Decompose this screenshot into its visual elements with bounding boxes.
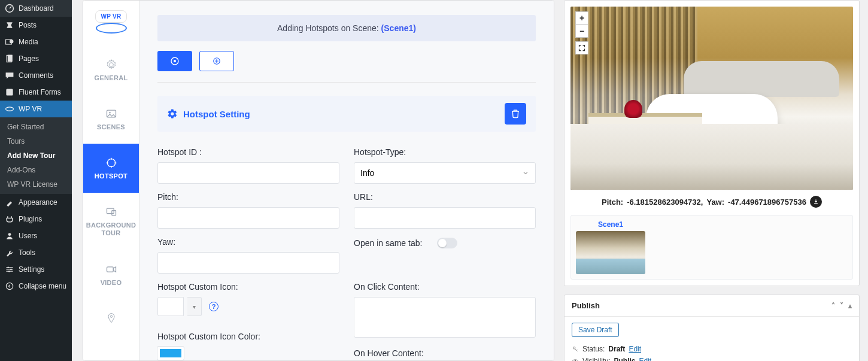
menu-plugins[interactable]: Plugins <box>0 211 72 227</box>
tab-label: HOTSPOT <box>95 172 128 180</box>
field-yaw: Yaw: <box>157 237 339 274</box>
svg-point-2 <box>10 40 13 43</box>
input-pitch[interactable] <box>157 207 339 229</box>
tab-general[interactable]: GENERAL <box>83 45 139 95</box>
dashboard-icon <box>5 4 14 13</box>
svg-point-8 <box>7 267 8 268</box>
menu-label: Media <box>19 38 38 46</box>
wp-admin-sidebar: Dashboard Posts Media Pages Comments Flu… <box>0 0 72 361</box>
visibility-row: Visibility: Public Edit <box>572 355 852 361</box>
scene-banner: Adding Hotspots on Scene: (Scene1) <box>157 15 536 41</box>
pitch-value: -6.181528623094732, <box>627 198 703 207</box>
media-icon <box>5 37 14 47</box>
svg-point-10 <box>8 271 10 272</box>
publish-header: Publish ˄ ˅ ▴ <box>564 295 859 317</box>
input-hotspot-id[interactable] <box>157 162 339 184</box>
chevron-down-icon[interactable]: ˅ <box>840 302 843 310</box>
main-panel: Adding Hotspots on Scene: (Scene1) Hotsp… <box>139 1 554 360</box>
status-value: Draft <box>608 345 625 353</box>
side-tabs: WP VR GENERAL SCENES HOTSPOT BACKGROUND … <box>83 1 139 360</box>
color-swatch[interactable] <box>157 347 184 360</box>
menu-label: Plugins <box>19 215 42 223</box>
textarea-on-click[interactable] <box>354 297 536 338</box>
icon-picker-box[interactable] <box>157 297 184 316</box>
logo-ring-icon <box>96 23 127 34</box>
caret-up-icon[interactable]: ▴ <box>848 302 852 310</box>
fullscreen-icon <box>578 44 585 51</box>
menu-label: Posts <box>19 21 37 29</box>
panorama-preview[interactable]: + − <box>570 7 853 190</box>
tab-label: GENERAL <box>95 74 128 81</box>
submenu-add-new-tour[interactable]: Add New Tour <box>0 148 72 163</box>
submenu-get-started[interactable]: Get Started <box>0 120 72 134</box>
input-url[interactable] <box>354 207 536 229</box>
delete-hotspot-button[interactable] <box>505 103 526 125</box>
wrench-icon <box>5 248 14 257</box>
tab-hotspot[interactable]: HOTSPOT <box>83 144 139 193</box>
hotspot-dot-icon <box>170 56 180 66</box>
menu-media[interactable]: Media <box>0 34 72 50</box>
menu-pages[interactable]: Pages <box>0 50 72 67</box>
label-icon-color: Hotspot Custom Icon Color: <box>157 332 339 341</box>
label-custom-icon: Hotspot Custom Icon: <box>157 282 339 292</box>
tab-map[interactable] <box>83 299 139 338</box>
save-draft-button[interactable]: Save Draft <box>572 323 619 337</box>
visibility-edit-link[interactable]: Edit <box>639 357 651 361</box>
hotspot-tab-active[interactable] <box>157 51 192 71</box>
submenu-license[interactable]: WP VR License <box>0 177 72 192</box>
banner-scene-link[interactable]: (Scene1) <box>381 23 416 33</box>
menu-tools[interactable]: Tools <box>0 244 72 261</box>
chevron-up-icon[interactable]: ˄ <box>831 302 835 310</box>
svg-rect-17 <box>107 267 113 272</box>
brush-icon <box>5 198 14 207</box>
yaw-value: -47.449671896757536 <box>728 198 806 207</box>
fullscreen-button[interactable] <box>575 41 588 54</box>
submenu-addons[interactable]: Add-Ons <box>0 163 72 177</box>
status-edit-link[interactable]: Edit <box>629 345 641 353</box>
info-icon[interactable]: ? <box>209 302 218 311</box>
section-header: Hotspot Setting <box>157 96 536 132</box>
icon-picker-dropdown[interactable]: ▾ <box>187 297 202 316</box>
svg-point-14 <box>107 159 115 166</box>
plug-icon <box>5 214 14 224</box>
menu-wp-vr[interactable]: WP VR <box>0 101 72 117</box>
label-pitch: Pitch: <box>157 192 339 202</box>
menu-posts[interactable]: Posts <box>0 17 72 34</box>
visibility-label: Visibility: <box>582 357 610 361</box>
devices-icon <box>105 206 117 218</box>
svg-point-6 <box>6 107 14 111</box>
banner-text: Adding Hotspots on Scene: <box>277 23 381 33</box>
menu-dashboard[interactable]: Dashboard <box>0 0 72 17</box>
capture-angle-button[interactable] <box>810 196 822 208</box>
menu-label: Pages <box>19 54 39 63</box>
toggle-open-same-tab[interactable] <box>437 238 457 248</box>
input-yaw[interactable] <box>157 252 339 274</box>
field-on-click: On Click Content: <box>354 282 536 340</box>
tab-background-tour[interactable]: BACKGROUND TOUR <box>83 193 139 250</box>
video-icon <box>105 263 117 275</box>
hotspot-add-button[interactable] <box>199 51 234 71</box>
form-icon <box>5 87 14 97</box>
scene-thumbnail[interactable] <box>576 231 645 274</box>
tab-scenes[interactable]: SCENES <box>83 95 139 144</box>
zoom-in-button[interactable]: + <box>575 11 588 25</box>
menu-appearance[interactable]: Appearance <box>0 194 72 211</box>
zoom-out-button[interactable]: − <box>575 25 588 38</box>
wpvr-logo: WP VR <box>83 1 139 45</box>
pitch-yaw-readout: Pitch: -6.181528623094732, Yaw: -47.4496… <box>570 190 853 210</box>
svg-rect-15 <box>107 208 114 213</box>
menu-label: Appearance <box>19 198 57 207</box>
submenu-tours[interactable]: Tours <box>0 134 72 148</box>
menu-settings[interactable]: Settings <box>0 261 72 278</box>
tab-video[interactable]: VIDEO <box>83 250 139 299</box>
divider <box>157 82 536 83</box>
menu-users[interactable]: Users <box>0 227 72 244</box>
sliders-icon <box>5 265 14 274</box>
svg-point-18 <box>110 316 112 317</box>
menu-comments[interactable]: Comments <box>0 67 72 84</box>
content-wrap: WP VR GENERAL SCENES HOTSPOT BACKGROUND … <box>72 0 868 361</box>
menu-collapse[interactable]: Collapse menu <box>0 278 72 295</box>
menu-label: Users <box>19 232 37 240</box>
menu-fluent-forms[interactable]: Fluent Forms <box>0 84 72 101</box>
select-hotspot-type[interactable]: Info <box>354 162 536 184</box>
